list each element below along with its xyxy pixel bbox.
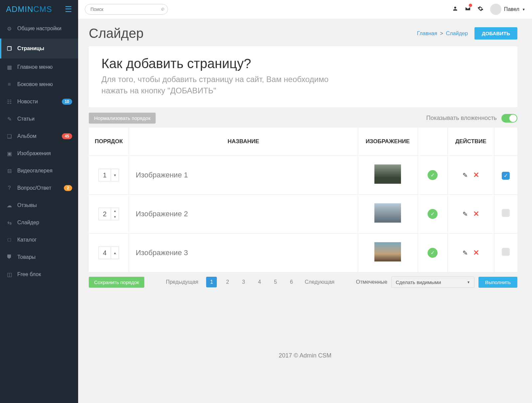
order-control[interactable]: 4▲ [98, 247, 119, 259]
breadcrumb: Главная > Слайдер [417, 31, 468, 37]
sidebar-item-side-menu[interactable]: ≡Боковое меню [0, 76, 78, 93]
bulk-select[interactable]: Сделать видимыми▼ [391, 276, 474, 288]
row-name: Изображение 1 [129, 156, 358, 195]
status-ok-icon[interactable]: ✓ [428, 209, 438, 219]
table-card: ПОРЯДОК НАЗВАНИЕ ИЗОБРАЖЕНИЕ ДЕЙСТВИЕ 1▼… [89, 128, 517, 272]
caret-down-icon[interactable]: ▼ [111, 214, 119, 220]
order-handles[interactable]: ▲▼ [111, 208, 119, 220]
row-checkbox[interactable] [502, 248, 510, 256]
sidebar-item-free[interactable]: ◫Free блок [0, 266, 78, 283]
sidebar-item-pages[interactable]: ❐Страницы [0, 39, 78, 58]
badge: 10 [62, 99, 72, 105]
sidebar-item-label: Страницы [17, 46, 44, 51]
page-number[interactable]: 1 [206, 277, 217, 287]
bulk-label: Отмеченные [356, 279, 387, 285]
delete-icon[interactable]: ✕ [473, 249, 479, 257]
bulk-select-value: Сделать видимыми [396, 279, 441, 285]
sidebar-item-slider[interactable]: ⇆Слайдер [0, 214, 78, 231]
col-order: ПОРЯДОК [89, 128, 129, 156]
mail-icon[interactable] [465, 5, 471, 14]
row-checkbox[interactable]: ✓ [502, 172, 510, 180]
sidebar-item-qa[interactable]: ?Вопрос/Ответ2 [0, 179, 78, 197]
breadcrumb-current[interactable]: Слайдер [446, 31, 468, 36]
sidebar-item-label: Статьи [17, 116, 35, 122]
badge: 45 [62, 133, 72, 139]
order-value: 4 [99, 247, 111, 259]
page-number[interactable]: 6 [286, 277, 297, 287]
status-ok-icon[interactable]: ✓ [428, 248, 438, 258]
order-control[interactable]: 2▲▼ [98, 208, 119, 220]
page-header: Слайдер Главная > Слайдер ДОБАВИТЬ [78, 19, 532, 46]
nav: ⚙Общие настройки ❐Страницы ▦Главное меню… [0, 19, 78, 283]
sidebar-item-news[interactable]: ☷Новости10 [0, 93, 78, 110]
page-number[interactable]: 4 [254, 277, 265, 287]
page-number[interactable]: 5 [270, 277, 281, 287]
sidebar-item-label: Общие настройки [17, 26, 62, 32]
sidebar-item-label: Новости [17, 99, 38, 105]
row-checkbox[interactable] [502, 209, 510, 217]
search-wrap: ⌕ [85, 4, 168, 15]
col-status [418, 128, 448, 156]
edit-icon[interactable]: ✎ [463, 172, 468, 179]
breadcrumb-home[interactable]: Главная [417, 31, 437, 36]
caret-down-icon[interactable]: ▼ [111, 169, 119, 181]
sidebar-item-video[interactable]: ⊟Видеогалерея [0, 162, 78, 179]
col-action: ДЕЙСТВИЕ [448, 128, 494, 156]
caret-up-icon[interactable]: ▲ [111, 208, 119, 214]
delete-icon[interactable]: ✕ [473, 171, 479, 179]
menu-toggle-icon[interactable]: ☰ [65, 5, 72, 14]
col-check [494, 128, 517, 156]
sidebar-item-label: Боковое меню [17, 81, 53, 87]
user-icon[interactable] [452, 5, 458, 14]
order-value: 2 [99, 208, 111, 220]
sidebar-item-label: Каталог [17, 237, 37, 243]
page-number[interactable]: 2 [222, 277, 233, 287]
status-ok-icon[interactable]: ✓ [428, 170, 438, 180]
sidebar-item-settings[interactable]: ⚙Общие настройки [0, 19, 78, 39]
edit-icon[interactable]: ✎ [463, 211, 468, 218]
sidebar-item-label: Изображения [17, 151, 51, 156]
execute-button[interactable]: Выполнить [478, 277, 517, 288]
sidebar-item-articles[interactable]: ✎Статьи [0, 110, 78, 128]
help-title: Как добавить страницу? [101, 56, 505, 71]
cart-icon: ⛊ [6, 254, 13, 260]
sidebar-item-label: Альбом [17, 133, 36, 139]
row-name: Изображение 2 [129, 195, 358, 234]
user-menu[interactable]: Павел ▼ [490, 4, 525, 15]
add-button[interactable]: ДОБАВИТЬ [474, 27, 517, 40]
sidebar-item-products[interactable]: ⛊Товары [0, 249, 78, 266]
nesting-toggle[interactable] [501, 114, 517, 123]
table-row: 4▲ Изображение 3 ✓ ✎✕ [89, 234, 517, 272]
images-icon: ▣ [6, 150, 13, 157]
pagination: Предыдущая 1 2 3 4 5 6 Следующая [163, 277, 337, 287]
page-prev[interactable]: Предыдущая [163, 277, 201, 287]
search-input[interactable] [85, 4, 168, 15]
table-row: 1▼ Изображение 1 ✓ ✎✕ ✓ [89, 156, 517, 195]
caret-icon: ▼ [467, 280, 470, 284]
sidebar-item-album[interactable]: ❏Альбом45 [0, 128, 78, 145]
order-control[interactable]: 1▼ [98, 169, 119, 181]
main: ⌕ Павел ▼ Слайдер Главная > Слайдер [78, 0, 532, 403]
settings-icon[interactable] [477, 5, 483, 14]
search-button[interactable]: ⌕ [161, 6, 165, 12]
page-number[interactable]: 3 [238, 277, 249, 287]
caret-up-icon[interactable]: ▲ [111, 247, 119, 259]
block-icon: ◫ [6, 271, 13, 278]
table-footer: Сохранить порядок Предыдущая 1 2 3 4 5 6… [89, 276, 517, 288]
page-next[interactable]: Следующая [302, 277, 337, 287]
normalize-button[interactable]: Нормализовать порядок [89, 113, 156, 124]
thumbnail [374, 242, 401, 261]
sidebar-item-label: Видеогалерея [17, 168, 53, 174]
sidebar-item-main-menu[interactable]: ▦Главное меню [0, 58, 78, 76]
sidebar-item-reviews[interactable]: ☁Отзывы [0, 197, 78, 214]
sidebar-item-label: Отзывы [17, 202, 37, 208]
edit-icon[interactable]: ✎ [463, 250, 468, 256]
delete-icon[interactable]: ✕ [473, 210, 479, 218]
save-order-button[interactable]: Сохранить порядок [89, 277, 144, 288]
sidebar-item-images[interactable]: ▣Изображения [0, 145, 78, 162]
search-icon: ⌕ [161, 6, 165, 11]
logo: ADMINCMS [6, 5, 52, 14]
footer: 2017 © Admin CSM [78, 344, 532, 367]
article-icon: ✎ [6, 116, 13, 122]
sidebar-item-catalog[interactable]: □Каталог [0, 231, 78, 249]
